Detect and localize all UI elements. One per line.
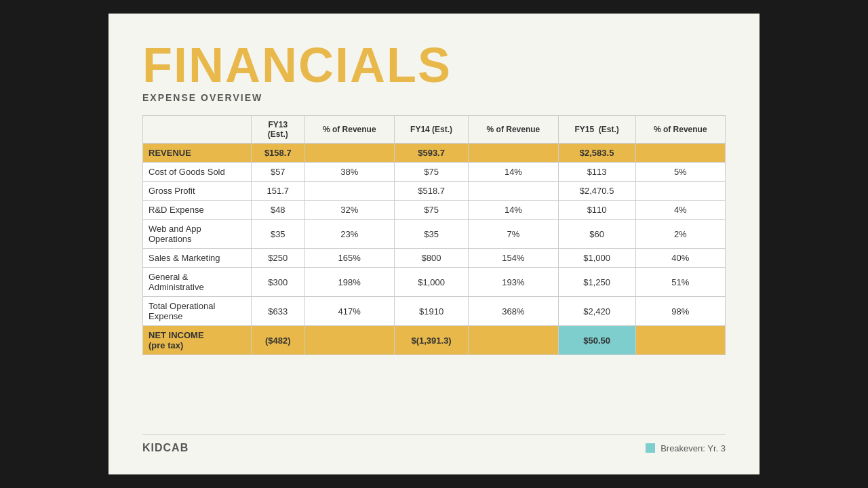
breakeven-color-box bbox=[646, 443, 655, 453]
col-header-label bbox=[143, 116, 252, 144]
row-fy15-pct: 98% bbox=[635, 297, 725, 326]
row-fy15: $50.50 bbox=[558, 326, 635, 355]
table-row: Gross Profit151.7$518.7$2,470.5 bbox=[143, 182, 726, 201]
row-fy14-pct: 193% bbox=[469, 268, 558, 297]
row-fy13-pct: 198% bbox=[304, 268, 394, 297]
row-fy14: $800 bbox=[394, 249, 468, 268]
table-row: R&D Expense$4832%$7514%$1104% bbox=[143, 201, 726, 220]
row-label: Sales & Marketing bbox=[143, 249, 252, 268]
row-fy14-pct: 7% bbox=[469, 220, 558, 249]
row-fy14: $518.7 bbox=[394, 182, 468, 201]
table-row: Cost of Goods Sold$5738%$7514%$1135% bbox=[143, 163, 726, 182]
table-row: REVENUE$158.7$593.7$2,583.5 bbox=[143, 144, 726, 163]
col-header-fy13: FY13(Est.) bbox=[252, 116, 305, 144]
row-fy15-pct: 2% bbox=[635, 220, 725, 249]
row-fy13-pct bbox=[304, 144, 394, 163]
row-fy15: $2,470.5 bbox=[558, 182, 635, 201]
col-header-fy13-pct: % of Revenue bbox=[304, 116, 394, 144]
row-fy14: $1,000 bbox=[394, 268, 468, 297]
table-row: Total Operational Expense$633417%$191036… bbox=[143, 297, 726, 326]
financials-table: FY13(Est.) % of Revenue FY14 (Est.) % of… bbox=[142, 115, 726, 355]
row-fy14: $35 bbox=[394, 220, 468, 249]
row-fy13: $48 bbox=[252, 201, 305, 220]
table-row: Web and App Operations$3523%$357%$602% bbox=[143, 220, 726, 249]
row-fy13-pct: 38% bbox=[304, 163, 394, 182]
col-header-fy15-pct: % of Revenue bbox=[635, 116, 725, 144]
row-fy13-pct bbox=[304, 182, 394, 201]
row-fy15: $60 bbox=[558, 220, 635, 249]
row-fy14-pct bbox=[469, 326, 558, 355]
row-fy15-pct: 5% bbox=[635, 163, 725, 182]
row-fy15-pct bbox=[635, 182, 725, 201]
row-fy14: $75 bbox=[394, 163, 468, 182]
row-fy13: $633 bbox=[252, 297, 305, 326]
row-fy15: $1,250 bbox=[558, 268, 635, 297]
row-fy14: $593.7 bbox=[394, 144, 468, 163]
row-fy13-pct: 417% bbox=[304, 297, 394, 326]
row-fy14-pct: 154% bbox=[469, 249, 558, 268]
row-fy13: $57 bbox=[252, 163, 305, 182]
row-fy14-pct bbox=[469, 144, 558, 163]
row-label: REVENUE bbox=[143, 144, 252, 163]
col-header-fy14-pct: % of Revenue bbox=[469, 116, 558, 144]
row-label: Total Operational Expense bbox=[143, 297, 252, 326]
row-fy15-pct: 40% bbox=[635, 249, 725, 268]
row-label: R&D Expense bbox=[143, 201, 252, 220]
table-row: Sales & Marketing$250165%$800154%$1,0004… bbox=[143, 249, 726, 268]
row-fy14: $(1,391.3) bbox=[394, 326, 468, 355]
row-fy14-pct: 14% bbox=[469, 163, 558, 182]
row-fy13-pct: 23% bbox=[304, 220, 394, 249]
table-row: NET INCOME(pre tax)($482)$(1,391.3)$50.5… bbox=[143, 326, 726, 355]
row-fy13: $250 bbox=[252, 249, 305, 268]
table-row: General & Administrative$300198%$1,00019… bbox=[143, 268, 726, 297]
row-fy13: $35 bbox=[252, 220, 305, 249]
table-header-row: FY13(Est.) % of Revenue FY14 (Est.) % of… bbox=[143, 116, 726, 144]
row-fy15-pct bbox=[635, 144, 725, 163]
slide: FINANCIALS EXPENSE OVERVIEW FY13(Est.) %… bbox=[108, 14, 760, 474]
row-label: Web and App Operations bbox=[143, 220, 252, 249]
row-label: General & Administrative bbox=[143, 268, 252, 297]
row-fy13: 151.7 bbox=[252, 182, 305, 201]
row-fy15-pct bbox=[635, 326, 725, 355]
breakeven-indicator: Breakeven: Yr. 3 bbox=[646, 443, 726, 453]
row-fy15: $110 bbox=[558, 201, 635, 220]
row-fy14-pct bbox=[469, 182, 558, 201]
col-header-fy14: FY14 (Est.) bbox=[394, 116, 468, 144]
row-fy15: $113 bbox=[558, 163, 635, 182]
row-fy13: $300 bbox=[252, 268, 305, 297]
financials-table-container: FY13(Est.) % of Revenue FY14 (Est.) % of… bbox=[142, 115, 726, 425]
main-title: FINANCIALS bbox=[142, 41, 726, 89]
row-fy13-pct: 32% bbox=[304, 201, 394, 220]
row-fy14-pct: 368% bbox=[469, 297, 558, 326]
row-fy13-pct bbox=[304, 326, 394, 355]
subtitle: EXPENSE OVERVIEW bbox=[142, 92, 726, 103]
row-fy15-pct: 4% bbox=[635, 201, 725, 220]
row-fy15-pct: 51% bbox=[635, 268, 725, 297]
row-label: Cost of Goods Sold bbox=[143, 163, 252, 182]
row-fy14-pct: 14% bbox=[469, 201, 558, 220]
breakeven-label: Breakeven: Yr. 3 bbox=[660, 443, 726, 453]
footer: KIDCAB Breakeven: Yr. 3 bbox=[142, 434, 726, 454]
row-fy14: $1910 bbox=[394, 297, 468, 326]
row-fy15: $2,420 bbox=[558, 297, 635, 326]
row-label: Gross Profit bbox=[143, 182, 252, 201]
row-fy15: $1,000 bbox=[558, 249, 635, 268]
col-header-fy15: FY15 (Est.) bbox=[558, 116, 635, 144]
row-fy15: $2,583.5 bbox=[558, 144, 635, 163]
brand-name: KIDCAB bbox=[142, 442, 189, 454]
row-fy14: $75 bbox=[394, 201, 468, 220]
row-fy13: ($482) bbox=[252, 326, 305, 355]
row-label: NET INCOME(pre tax) bbox=[143, 326, 252, 355]
row-fy13-pct: 165% bbox=[304, 249, 394, 268]
row-fy13: $158.7 bbox=[252, 144, 305, 163]
